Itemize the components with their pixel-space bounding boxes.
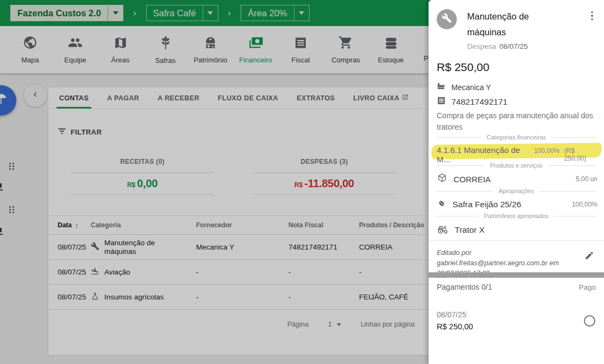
section-apropriacoes: Apropriações (437, 188, 596, 194)
wrench-icon (442, 13, 452, 25)
invoice-number: 748217492171 (451, 97, 507, 107)
supplier-name: Mecanica Y (451, 83, 491, 92)
tractor-icon (437, 223, 449, 237)
section-produtos: Produtos e serviços (437, 162, 596, 169)
kebab-menu-icon[interactable] (587, 10, 597, 22)
asset-name: Trator X (455, 225, 485, 235)
panel-subtitle: Despesa 08/07/25 (467, 42, 528, 50)
supplier-row: Mecanica Y (437, 82, 491, 92)
divider (429, 240, 604, 241)
bean-icon (437, 199, 446, 210)
screen: Fazenda Custos 2.0 › Safra Café › Área 2… (0, 0, 604, 364)
transaction-amount: R$ 250,00 (437, 61, 489, 74)
panel-title: Manutenção de máquinas (467, 9, 554, 40)
category-amount: (R$ 250,00) (564, 147, 597, 162)
section-patrimonios: Patrimônios apropriados (437, 213, 596, 219)
category-percent: 100,00% (534, 147, 559, 155)
category-name: 4.1.6.1 Manutenção de M... (437, 145, 533, 164)
payments-count: Pagamentos 0/1 (437, 283, 492, 291)
appropriation-item[interactable]: Safra Feijão 25/26 100,00% (437, 199, 597, 210)
section-categorias: Categorias financeiras (437, 134, 596, 141)
payments-header: Pagamentos 0/1 Pago (437, 283, 596, 291)
transaction-date: 08/07/25 (499, 42, 528, 50)
edit-pencil-icon[interactable] (584, 251, 594, 263)
transaction-detail-panel: Manutenção de máquinas Despesa 08/07/25 … (429, 0, 604, 364)
asset-item[interactable]: Trator X (437, 223, 597, 237)
factory-icon (437, 82, 446, 92)
payment-amount: R$ 250,00 (437, 322, 473, 331)
cube-icon (437, 173, 448, 186)
section-separator-bar (429, 272, 604, 278)
paid-radio-toggle[interactable] (584, 315, 595, 327)
transaction-description: Compra de peças para manutenção anual do… (437, 110, 593, 133)
product-item[interactable]: CORREIA 5,00 un (437, 173, 597, 186)
receipt-icon (437, 96, 446, 107)
product-name: CORREIA (454, 175, 490, 184)
payment-date: 08/07/25 (437, 310, 467, 319)
appropriation-percent: 100,00% (572, 201, 597, 208)
invoice-row: 748217492171 (437, 96, 507, 107)
type-label: Despesa (467, 42, 496, 50)
paid-column-label: Pago (578, 283, 596, 291)
appropriation-name: Safra Feijão 25/26 (452, 200, 521, 209)
product-quantity: 5,00 un (576, 175, 597, 183)
category-avatar (437, 9, 457, 29)
financial-category-item[interactable]: 4.1.6.1 Manutenção de M... 100,00% (R$ 2… (437, 145, 597, 164)
